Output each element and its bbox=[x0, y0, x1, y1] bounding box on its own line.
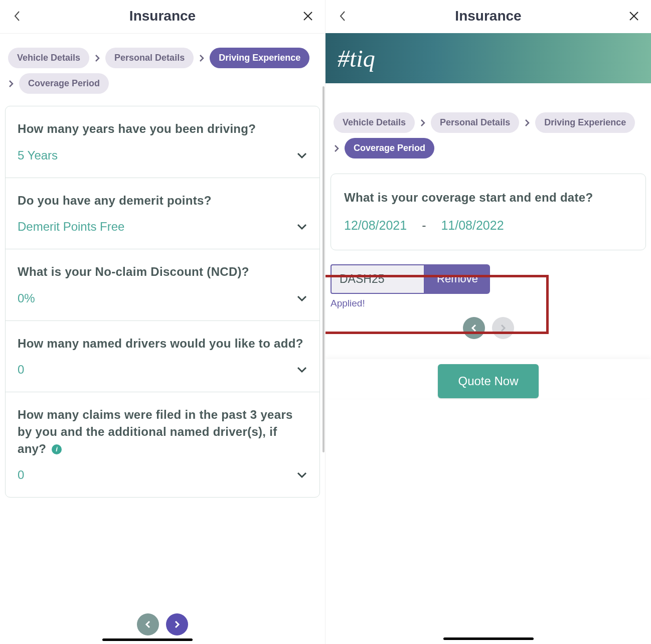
question-named-drivers: How many named drivers would you like to… bbox=[6, 321, 319, 393]
close-button[interactable] bbox=[628, 10, 640, 22]
quote-now-button[interactable]: Quote Now bbox=[438, 364, 538, 398]
chevron-right-icon bbox=[500, 324, 507, 333]
screen-coverage-period: Insurance #tiq Vehicle Details Personal … bbox=[326, 0, 651, 644]
home-indicator[interactable] bbox=[102, 638, 193, 641]
chevron-right-icon bbox=[174, 620, 181, 629]
nav-next-button[interactable] bbox=[166, 613, 188, 635]
crumb-vehicle-details[interactable]: Vehicle Details bbox=[8, 48, 89, 68]
breadcrumb: Vehicle Details Personal Details Driving… bbox=[326, 83, 651, 164]
dropdown-years-driving[interactable]: 5 Years bbox=[18, 148, 307, 163]
form-content: How many years have you been driving? 5 … bbox=[0, 99, 325, 503]
question-text: How many named drivers would you like to… bbox=[18, 335, 307, 352]
page-title: Insurance bbox=[129, 8, 196, 24]
dropdown-value: 0 bbox=[18, 468, 24, 482]
promo-code-input[interactable] bbox=[331, 264, 425, 294]
screen-driving-experience: Insurance Vehicle Details Personal Detai… bbox=[0, 0, 326, 644]
crumb-driving-experience[interactable]: Driving Experience bbox=[210, 48, 309, 68]
dropdown-value: 5 Years bbox=[18, 148, 58, 163]
form-content: What is your coverage start and end date… bbox=[326, 164, 651, 255]
info-icon[interactable]: i bbox=[52, 444, 62, 454]
start-date: 12/08/2021 bbox=[344, 218, 407, 233]
remove-promo-button[interactable]: Remove bbox=[425, 264, 490, 294]
promo-code-section: Remove Applied! bbox=[326, 255, 651, 314]
close-icon bbox=[628, 11, 639, 22]
form-card: How many years have you been driving? 5 … bbox=[5, 106, 320, 498]
dropdown-demerit-points[interactable]: Demerit Points Free bbox=[18, 220, 307, 234]
crumb-driving-experience[interactable]: Driving Experience bbox=[535, 112, 635, 133]
date-range-picker[interactable]: 12/08/2021 - 11/08/2022 bbox=[344, 218, 632, 233]
chevron-down-icon bbox=[296, 152, 307, 159]
chevron-left-icon bbox=[14, 11, 21, 22]
breadcrumb: Vehicle Details Personal Details Driving… bbox=[0, 34, 325, 99]
crumb-coverage-period[interactable]: Coverage Period bbox=[19, 73, 109, 94]
promo-status-text: Applied! bbox=[331, 298, 646, 309]
crumb-personal-details[interactable]: Personal Details bbox=[105, 48, 194, 68]
date-separator: - bbox=[422, 218, 426, 233]
nav-prev-button[interactable] bbox=[137, 613, 159, 635]
chevron-down-icon bbox=[296, 366, 307, 373]
crumb-coverage-period[interactable]: Coverage Period bbox=[345, 138, 434, 158]
header: Insurance bbox=[326, 0, 651, 33]
crumb-personal-details[interactable]: Personal Details bbox=[431, 112, 519, 133]
question-text: How many claims were filed in the past 3… bbox=[18, 406, 307, 457]
question-coverage-dates: What is your coverage start and end date… bbox=[331, 174, 645, 250]
question-claims: How many claims were filed in the past 3… bbox=[6, 392, 319, 497]
end-date: 11/08/2022 bbox=[441, 218, 504, 233]
dropdown-ncd[interactable]: 0% bbox=[18, 291, 307, 305]
scrollbar[interactable] bbox=[322, 86, 324, 452]
chevron-right-icon bbox=[94, 54, 100, 62]
chevron-down-icon bbox=[296, 295, 307, 302]
chevron-right-icon bbox=[8, 80, 14, 88]
page-title: Insurance bbox=[455, 8, 521, 24]
quote-button-wrap: Quote Now bbox=[326, 359, 651, 398]
question-text: What is your No-claim Discount (NCD)? bbox=[18, 263, 307, 280]
nav-next-button bbox=[492, 317, 514, 339]
question-text: Do you have any demerit points? bbox=[18, 192, 307, 209]
close-button[interactable] bbox=[302, 10, 314, 22]
question-years-driving: How many years have you been driving? 5 … bbox=[6, 106, 319, 178]
chevron-down-icon bbox=[296, 223, 307, 230]
nav-prev-button[interactable] bbox=[463, 317, 485, 339]
chevron-right-icon bbox=[334, 144, 340, 152]
question-text: What is your coverage start and end date… bbox=[344, 189, 632, 206]
dropdown-claims[interactable]: 0 bbox=[18, 468, 307, 482]
header: Insurance bbox=[0, 0, 325, 34]
back-button[interactable] bbox=[337, 10, 349, 22]
chevron-down-icon bbox=[296, 471, 307, 478]
chevron-left-icon bbox=[144, 620, 151, 629]
brand-logo: #tiq bbox=[338, 45, 375, 72]
form-card: What is your coverage start and end date… bbox=[331, 174, 646, 250]
question-demerit-points: Do you have any demerit points? Demerit … bbox=[6, 178, 319, 250]
dropdown-value: Demerit Points Free bbox=[18, 220, 124, 234]
back-button[interactable] bbox=[11, 10, 23, 22]
pagination-nav bbox=[326, 317, 651, 339]
home-indicator[interactable] bbox=[443, 637, 534, 640]
bottom-nav bbox=[0, 604, 325, 641]
chevron-right-icon bbox=[420, 119, 426, 127]
chevron-right-icon bbox=[524, 119, 530, 127]
chevron-left-icon bbox=[470, 324, 477, 333]
dropdown-value: 0% bbox=[18, 291, 35, 305]
question-ncd: What is your No-claim Discount (NCD)? 0% bbox=[6, 249, 319, 321]
close-icon bbox=[302, 11, 313, 22]
crumb-vehicle-details[interactable]: Vehicle Details bbox=[334, 112, 415, 133]
chevron-right-icon bbox=[199, 54, 205, 62]
dropdown-value: 0 bbox=[18, 363, 24, 377]
chevron-left-icon bbox=[339, 11, 346, 22]
brand-banner: #tiq bbox=[326, 33, 651, 83]
dropdown-named-drivers[interactable]: 0 bbox=[18, 363, 307, 377]
question-text: How many years have you been driving? bbox=[18, 120, 307, 137]
